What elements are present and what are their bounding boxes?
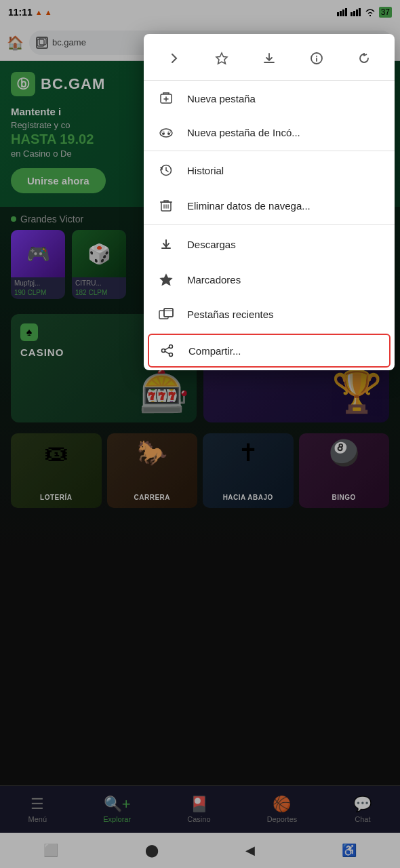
descargas-item[interactable]: Descargas bbox=[144, 226, 395, 262]
svg-marker-29 bbox=[161, 275, 172, 285]
divider-2 bbox=[144, 224, 395, 225]
svg-marker-10 bbox=[216, 53, 227, 64]
marcadores-icon bbox=[157, 273, 175, 286]
descargas-icon bbox=[157, 237, 175, 251]
eliminar-datos-label: Eliminar datos de navega... bbox=[187, 200, 311, 212]
nueva-incognito-item[interactable]: Nueva pestaña de Incó... bbox=[144, 116, 395, 149]
refresh-button[interactable] bbox=[349, 43, 379, 73]
svg-line-37 bbox=[165, 347, 169, 350]
nueva-incognito-label: Nueva pestaña de Incó... bbox=[187, 127, 300, 138]
svg-line-38 bbox=[165, 351, 169, 354]
historial-icon bbox=[157, 163, 175, 177]
pestanas-recientes-icon bbox=[157, 308, 175, 320]
descargas-label: Descargas bbox=[187, 239, 236, 250]
divider-1 bbox=[144, 151, 395, 151]
nueva-pestana-item[interactable]: Nueva pestaña bbox=[144, 81, 395, 116]
download-button[interactable] bbox=[254, 43, 284, 73]
historial-item[interactable]: Historial bbox=[144, 153, 395, 188]
compartir-label: Compartir... bbox=[188, 345, 241, 357]
dd-toolbar bbox=[144, 34, 395, 81]
nueva-pestana-label: Nueva pestaña bbox=[187, 93, 256, 104]
pestanas-recientes-label: Pestañas recientes bbox=[187, 309, 274, 320]
forward-button[interactable] bbox=[159, 43, 189, 73]
eliminar-datos-item[interactable]: Eliminar datos de navega... bbox=[144, 188, 395, 223]
svg-point-36 bbox=[162, 349, 165, 353]
eliminar-datos-icon bbox=[157, 199, 175, 212]
svg-rect-21 bbox=[168, 131, 171, 133]
nueva-pestana-icon bbox=[157, 92, 175, 105]
marcadores-label: Marcadores bbox=[187, 274, 241, 285]
dropdown-overlay[interactable]: Nueva pestaña Nueva pestaña de Incó... bbox=[0, 0, 400, 868]
info-button[interactable] bbox=[302, 43, 332, 73]
svg-rect-31 bbox=[164, 309, 173, 317]
compartir-item[interactable]: Compartir... bbox=[148, 334, 391, 368]
pestanas-recientes-item[interactable]: Pestañas recientes bbox=[144, 297, 395, 331]
dropdown-menu: Nueva pestaña Nueva pestaña de Incó... bbox=[144, 34, 395, 370]
marcadores-item[interactable]: Marcadores bbox=[144, 262, 395, 297]
svg-rect-20 bbox=[161, 131, 164, 133]
svg-point-12 bbox=[316, 56, 317, 57]
compartir-icon bbox=[159, 344, 176, 357]
star-button[interactable] bbox=[207, 43, 237, 73]
historial-label: Historial bbox=[187, 165, 224, 176]
incognito-icon bbox=[157, 127, 175, 138]
